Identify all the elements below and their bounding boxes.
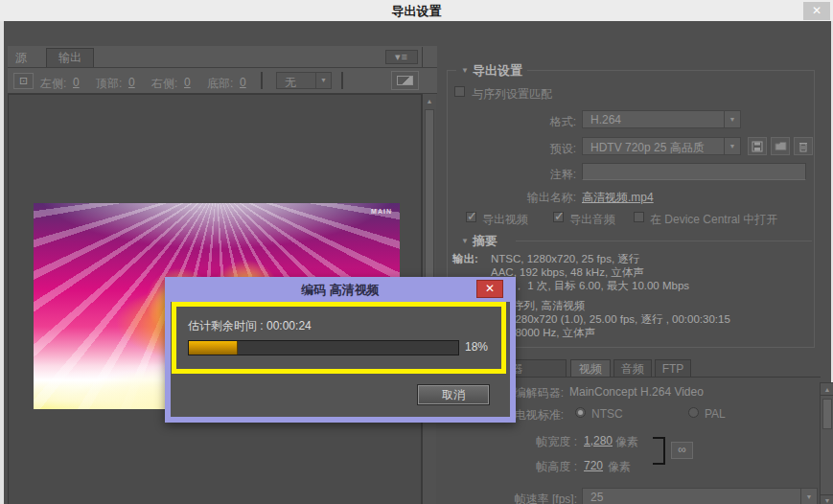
match-sequence-checkbox[interactable] <box>454 86 465 97</box>
chevron-down-icon: ▼ <box>724 138 740 154</box>
delete-preset-button[interactable] <box>794 137 813 155</box>
video-tab-scrollbar[interactable]: ▲ ▼ <box>820 382 833 504</box>
ntsc-label: NTSC <box>591 407 623 421</box>
eta-text: 估计剩余时间 : 00:00:24 <box>188 318 312 334</box>
fps-label: 帧速率 [fps]: <box>445 492 577 504</box>
format-label: 格式: <box>445 114 576 130</box>
output-name-label: 输出名称: <box>445 190 576 206</box>
format-value: H.264 <box>590 113 621 126</box>
folder-icon <box>775 141 787 151</box>
highlight-annotation-box <box>172 302 506 374</box>
codec-value: MainConcept H.264 Video <box>569 385 704 399</box>
divider <box>516 241 812 241</box>
image-icon <box>397 76 413 85</box>
device-central-checkbox[interactable] <box>634 212 644 222</box>
summary-output-line: NTSC, 1280x720, 25 fps, 逐行 <box>491 252 639 266</box>
chevron-down-icon: ▼ <box>724 111 740 127</box>
scroll-up-icon[interactable]: ▲ <box>821 384 833 396</box>
frame-width-unit: 像素 <box>615 434 638 450</box>
export-video-checkbox[interactable]: ✓ <box>466 212 476 222</box>
panel-menu-icon[interactable]: ▾≡ <box>385 50 418 64</box>
summary-header[interactable]: ▼摘要 <box>456 233 502 250</box>
save-preset-button[interactable] <box>748 137 767 155</box>
summary-output-line: VBR， 1 次, 目标 6.00, 最大 10.00 Mbps <box>491 279 689 293</box>
pal-label: PAL <box>705 407 726 421</box>
divider <box>422 47 423 67</box>
crop-right-label: 右侧: <box>151 76 177 92</box>
import-preset-button[interactable] <box>771 137 790 155</box>
comment-label: 注释: <box>445 167 576 183</box>
tab-ftp[interactable]: FTP <box>655 359 691 378</box>
fps-dropdown[interactable]: 25 ▼ <box>582 488 818 504</box>
crop-proportions-dropdown[interactable]: 无 ▼ <box>276 72 332 89</box>
dialog-title: 编码 高清视频 <box>165 282 516 299</box>
preset-value: HDTV 720p 25 高品质 <box>590 140 705 156</box>
preset-dropdown[interactable]: HDTV 720p 25 高品质 ▼ <box>582 137 741 155</box>
scroll-down-icon[interactable]: ▼ <box>821 494 833 504</box>
summary-source-line: 1280x720 (1.0), 25.00 fps, 逐行 , 00:00:30… <box>509 312 730 327</box>
chevron-down-icon: ▼ <box>800 489 817 504</box>
output-name-link[interactable]: 高清视频.mp4 <box>582 190 654 206</box>
crop-left-value[interactable]: 0 <box>73 76 80 89</box>
dialog-close-button[interactable]: ✕ <box>476 280 503 298</box>
preview-mode-button[interactable] <box>391 71 419 90</box>
toolbar-separator <box>261 72 263 89</box>
progress-percent-label: 18% <box>465 340 488 354</box>
frame-height-label: 帧高度 : <box>445 459 577 475</box>
summary-source-line: 48000 Hz, 立体声 <box>509 326 595 340</box>
tab-output[interactable]: 输出 <box>46 48 94 67</box>
progress-bar <box>188 340 459 355</box>
frame-height-value[interactable]: 720 <box>584 459 603 472</box>
match-sequence-label: 与序列设置匹配 <box>472 86 552 103</box>
summary-title: 摘要 <box>473 234 497 248</box>
crop-right-value[interactable]: 0 <box>184 76 191 89</box>
export-audio-checkbox[interactable]: ✓ <box>553 212 564 222</box>
pal-radio[interactable] <box>688 407 699 418</box>
eta-value: 00:00:24 <box>266 319 312 332</box>
crop-top-label: 顶部: <box>96 76 122 92</box>
frame-height-unit: 像素 <box>608 459 631 475</box>
crop-proportions-value: 无 <box>285 75 296 91</box>
comment-input[interactable] <box>582 163 806 180</box>
link-dimensions-button[interactable]: ∞ <box>671 442 693 459</box>
floppy-icon <box>752 141 763 152</box>
device-central-label: 在 Device Central 中打开 <box>650 212 777 228</box>
summary-source-line: 序列, 高清视频 <box>513 299 585 313</box>
tab-source[interactable]: 源 <box>15 50 27 66</box>
cancel-button[interactable]: 取消 <box>418 385 489 404</box>
export-settings-header[interactable]: ▼导出设置 <box>456 62 527 80</box>
crop-tool-icon[interactable]: ⊡ <box>13 73 34 89</box>
export-audio-label: 导出音频 <box>569 212 615 228</box>
chevron-down-icon: ▼ <box>315 73 331 88</box>
crop-bottom-label: 底部: <box>207 76 233 92</box>
format-dropdown[interactable]: H.264 ▼ <box>582 110 741 128</box>
crop-bottom-value[interactable]: 0 <box>240 76 246 89</box>
window-close-button[interactable]: ✕ <box>803 2 830 20</box>
summary-output-label: 输出: <box>452 252 478 266</box>
crop-left-label: 左侧: <box>40 76 66 92</box>
window-title: 导出设置 <box>0 3 833 20</box>
scrollbar-thumb[interactable] <box>822 399 832 429</box>
frame-width-label: 帧宽度 : <box>445 434 577 450</box>
encoding-progress-dialog: 编码 高清视频 ✕ 估计剩余时间 : 00:00:24 18% 取消 <box>165 277 516 423</box>
tab-audio[interactable]: 音频 <box>613 359 652 378</box>
window-titlebar: 导出设置 ✕ <box>0 0 833 21</box>
export-video-label: 导出视频 <box>482 212 528 228</box>
check-icon: ✓ <box>467 209 477 223</box>
trash-icon <box>798 141 808 152</box>
tab-video[interactable]: 视频 <box>570 359 611 378</box>
triangle-down-icon: ▼ <box>461 237 469 245</box>
preview-watermark: MAIN <box>371 208 392 215</box>
frame-width-value[interactable]: 1,280 <box>584 434 613 447</box>
main-window: 源 输出 ▾≡ ⊡ 左侧: 0 顶部: 0 右侧: 0 底部: 0 无 ▼ MA… <box>0 21 833 504</box>
crop-top-value[interactable]: 0 <box>128 76 135 89</box>
scroll-up-icon[interactable]: ▲ <box>423 96 436 107</box>
triangle-down-icon: ▼ <box>461 66 469 75</box>
eta-label: 估计剩余时间 : <box>188 319 264 332</box>
fps-value: 25 <box>590 491 603 504</box>
check-icon: ✓ <box>554 209 565 223</box>
preset-label: 预设: <box>445 141 576 157</box>
toolbar-separator <box>341 72 343 89</box>
ntsc-radio[interactable] <box>575 407 586 418</box>
export-settings-title: 导出设置 <box>473 63 522 78</box>
